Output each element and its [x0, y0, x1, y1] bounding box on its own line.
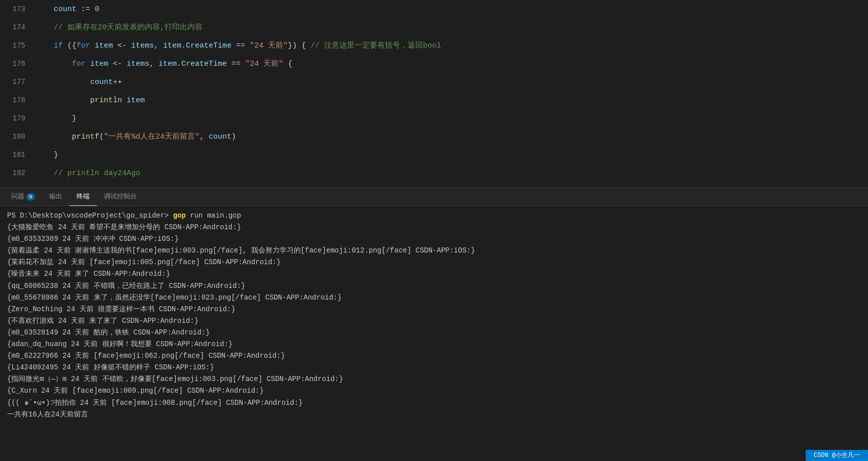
line-content: count++: [35, 73, 868, 92]
terminal-output-line: {不喜欢打游戏 24 天前 来了来了 CSDN-APP:Android:}: [7, 315, 861, 327]
line-number: 177: [0, 73, 35, 91]
line-number: 176: [0, 55, 35, 73]
line-number: 180: [0, 128, 35, 146]
terminal-output-line: {m0_55678986 24 天前 来了，虽然还没学[face]emoji:0…: [7, 292, 861, 304]
code-editor: 173 count := 0174 // 如果存在20天前发表的内容,打印出内容…: [0, 0, 868, 187]
line-number: 175: [0, 36, 35, 55]
line-number: 178: [0, 91, 35, 109]
bottom-panel: 问题9输出终端调试控制台 PS D:\Desktop\vscodeProject…: [0, 187, 868, 461]
code-line: 176 for item <- items, item.CreateTime =…: [0, 55, 868, 73]
line-number: 181: [0, 146, 35, 164]
status-bar: CSDN @小生凡一: [806, 450, 868, 461]
terminal-output-line: {噪音未来 24 天前 来了 CSDN-APP:Android:}: [7, 268, 861, 280]
line-content: }: [35, 146, 868, 164]
code-line: 180 printf("一共有%d人在24天前留言", count): [0, 128, 868, 146]
line-number: 173: [0, 0, 35, 18]
terminal-output-line: {指间微光m（—）m 24 天前 不错欧，好像要[face]emoji:003.…: [7, 373, 861, 385]
terminal-output-line: {(( ๑´•ω•)੭拍拍你 24 天前 [face]emoji:008.png…: [7, 397, 861, 409]
line-content: if ({for item <- items, item.CreateTime …: [35, 37, 868, 55]
line-content: count := 0: [35, 1, 868, 19]
code-line: 177 count++: [0, 73, 868, 91]
code-line: 182 // println day24Ago: [0, 164, 868, 182]
tab-badge: 9: [26, 193, 35, 200]
code-line: 179 }: [0, 109, 868, 128]
terminal-body: PS D:\Desktop\vscodeProject\go_spider> g…: [0, 206, 868, 461]
code-line: 173 count := 0: [0, 0, 868, 18]
terminal-prompt-line: PS D:\Desktop\vscodeProject\go_spider> g…: [7, 210, 861, 222]
code-line: 181 }: [0, 146, 868, 164]
line-content: // println day24Ago: [35, 164, 868, 183]
terminal-output-line: {Li424092495 24 天前 好像挺不错的样子 CSDN-APP:iOS…: [7, 362, 861, 373]
panel-tabs: 问题9输出终端调试控制台: [0, 188, 868, 206]
terminal-output-line: {Zero_Nothing 24 天前 很需要这样一本书 CSDN-APP:An…: [7, 304, 861, 315]
terminal-output-line: 一共有16人在24天前留言: [7, 409, 861, 421]
line-number: 182: [0, 164, 35, 182]
line-number: 174: [0, 18, 35, 36]
line-content: for item <- items, item.CreateTime == "2…: [35, 55, 868, 73]
panel-tab-调试控制台[interactable]: 调试控制台: [97, 188, 144, 206]
terminal-output-line: {大猫脸爱吃鱼 24 天前 希望不是来增加分母的 CSDN-APP:Androi…: [7, 222, 861, 233]
code-line: 178 println item: [0, 91, 868, 109]
panel-tab-终端[interactable]: 终端: [69, 188, 97, 206]
terminal-output-line: {茉莉花不加盐 24 天前 [face]emoji:005.png[/face]…: [7, 257, 861, 268]
code-line: 174 // 如果存在20天前发表的内容,打印出内容: [0, 18, 868, 36]
panel-tab-问题[interactable]: 问题9: [4, 188, 42, 206]
terminal-output-line: {C_Xurn 24 天前 [face]emoji:009.png[/face]…: [7, 385, 861, 397]
terminal-output-line: {m0_63532389 24 天前 冲冲冲 CSDN-APP:iOS:}: [7, 233, 861, 245]
code-line: 175 if ({for item <- items, item.CreateT…: [0, 36, 868, 55]
terminal-output-line: {m0_63528149 24 天前 酷的，铁铁 CSDN-APP:Androi…: [7, 327, 861, 339]
line-content: printf("一共有%d人在24天前留言", count): [35, 128, 868, 146]
terminal-output-line: {qq_60065238 24 天前 不错哦，已经在路上了 CSDN-APP:A…: [7, 280, 861, 292]
terminal-output-line: {adan_dq_huang 24 天前 很好啊！我想要 CSDN-APP:An…: [7, 339, 861, 350]
status-text: CSDN @小生凡一: [814, 452, 860, 459]
terminal-output-line: {m0_62227966 24 天前 [face]emoji:062.png[/…: [7, 350, 861, 362]
terminal-output-line: {留着温柔 24 天前 谢谢博主送我的书[face]emoji:003.png[…: [7, 245, 861, 257]
line-content: }: [35, 110, 868, 128]
line-content: println item: [35, 92, 868, 110]
line-content: // 如果存在20天前发表的内容,打印出内容: [35, 19, 868, 37]
panel-tab-输出[interactable]: 输出: [42, 188, 69, 206]
line-number: 179: [0, 109, 35, 128]
